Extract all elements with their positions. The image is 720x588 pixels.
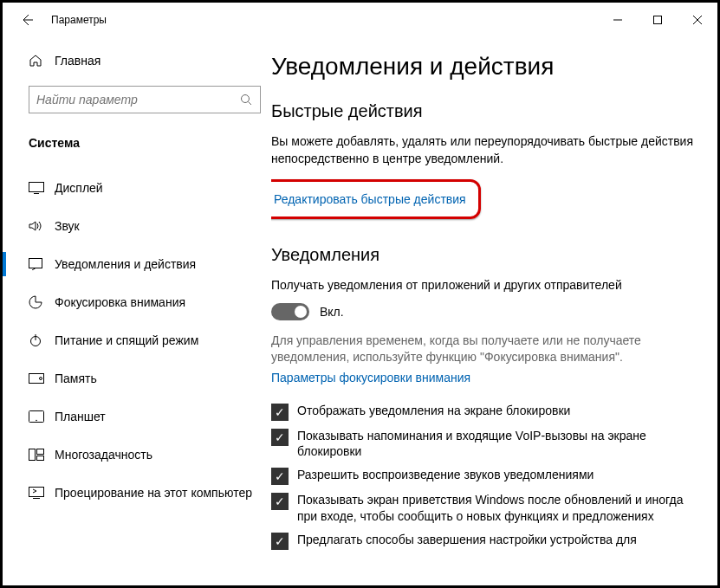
power-icon [29,333,55,347]
sidebar-item-multitask[interactable]: Многозадачность [3,436,271,474]
checkbox-lockscreen-notifications[interactable]: ✓ [271,404,289,421]
checkbox-welcome-experience[interactable]: ✓ [271,493,289,510]
search-icon [232,94,260,106]
search-box[interactable] [29,86,261,113]
check-label: Предлагать способы завершения настройки … [297,532,637,548]
svg-point-8 [36,420,37,422]
check-label: Отображать уведомления на экране блокиро… [297,403,570,419]
svg-rect-5 [29,374,44,384]
sidebar-item-label: Питание и спящий режим [55,333,198,347]
notifications-toggle-row: Вкл. [271,303,702,320]
svg-rect-12 [29,488,44,497]
maximize-button[interactable] [638,3,678,37]
svg-rect-11 [37,456,44,461]
window-title: Параметры [51,14,107,26]
sidebar-item-label: Звук [55,219,80,233]
svg-rect-3 [29,259,42,268]
checkbox-notification-sounds[interactable]: ✓ [271,468,289,485]
sidebar-item-power[interactable]: Питание и спящий режим [3,321,271,359]
settings-window: Параметры Главная [0,0,720,588]
sidebar-item-label: Планшет [55,410,106,423]
svg-point-1 [242,95,250,103]
display-icon [29,182,55,194]
check-row: ✓ Разрешить воспроизведение звуков уведо… [271,467,702,485]
close-button[interactable] [678,3,717,37]
sidebar-item-tablet[interactable]: Планшет [3,397,271,436]
quick-actions-description: Вы можете добавлять, удалять или переупо… [271,133,702,167]
back-button[interactable] [10,3,44,37]
notifications-toggle[interactable] [271,303,309,320]
titlebar: Параметры [3,3,717,37]
sidebar-item-sound[interactable]: Звук [3,207,271,245]
focus-icon [29,295,55,309]
quick-actions-header: Быстрые действия [271,101,702,121]
check-row: ✓ Отображать уведомления на экране блоки… [271,403,702,421]
sidebar-item-storage[interactable]: Память [3,359,271,397]
check-label: Показывать напоминания и входящие VoIP-в… [297,428,702,461]
sidebar: Главная Система Дисплей Звук [3,37,271,585]
svg-point-6 [40,378,42,380]
svg-rect-0 [654,16,662,24]
sidebar-item-label: Многозадачность [55,448,152,462]
focus-settings-link[interactable]: Параметры фокусировки внимания [271,371,470,384]
focus-hint-text: Для управления временем, когда вы получа… [271,333,702,366]
main-content: Уведомления и действия Быстрые действия … [271,37,717,585]
sidebar-item-display[interactable]: Дисплей [3,169,271,207]
check-label: Разрешить воспроизведение звуков уведомл… [297,467,594,483]
search-input[interactable] [29,93,232,107]
sidebar-item-label: Память [55,372,97,385]
tablet-icon [29,410,55,423]
window-controls [598,3,717,37]
notifications-header: Уведомления [271,245,702,265]
sound-icon [29,220,55,232]
minimize-button[interactable] [598,3,638,37]
page-title: Уведомления и действия [271,53,702,81]
sidebar-item-label: Уведомления и действия [55,257,196,271]
projecting-icon [29,487,55,499]
sidebar-category: Система [3,127,271,169]
check-row: ✓ Показывать напоминания и входящие VoIP… [271,428,702,461]
svg-rect-2 [29,183,44,192]
edit-quick-actions-highlight: Редактировать быстрые действия [271,179,481,219]
checkbox-voip-lockscreen[interactable]: ✓ [271,429,289,446]
notifications-toggle-label: Получать уведомления от приложений и дру… [271,277,702,294]
sidebar-item-notifications[interactable]: Уведомления и действия [3,245,271,283]
sidebar-item-focus[interactable]: Фокусировка внимания [3,283,271,321]
check-row: ✓ Предлагать способы завершения настройк… [271,532,702,550]
multitask-icon [29,449,55,461]
sidebar-home[interactable]: Главная [3,44,271,77]
edit-quick-actions-link[interactable]: Редактировать быстрые действия [274,192,466,206]
sidebar-item-projecting[interactable]: Проецирование на этот компьютер [3,474,271,512]
svg-rect-9 [29,449,36,461]
notifications-toggle-state: Вкл. [320,305,344,319]
check-row: ✓ Показывать экран приветствия Windows п… [271,492,702,525]
svg-rect-10 [37,449,44,455]
sidebar-home-label: Главная [55,54,101,68]
sidebar-item-label: Проецирование на этот компьютер [55,486,252,500]
sidebar-item-label: Дисплей [55,181,103,195]
check-label: Показывать экран приветствия Windows пос… [297,492,702,525]
checkbox-setup-suggestions[interactable]: ✓ [271,533,289,550]
home-icon [29,54,55,68]
notifications-icon [29,258,55,270]
storage-icon [29,373,55,384]
sidebar-item-label: Фокусировка внимания [55,295,185,309]
